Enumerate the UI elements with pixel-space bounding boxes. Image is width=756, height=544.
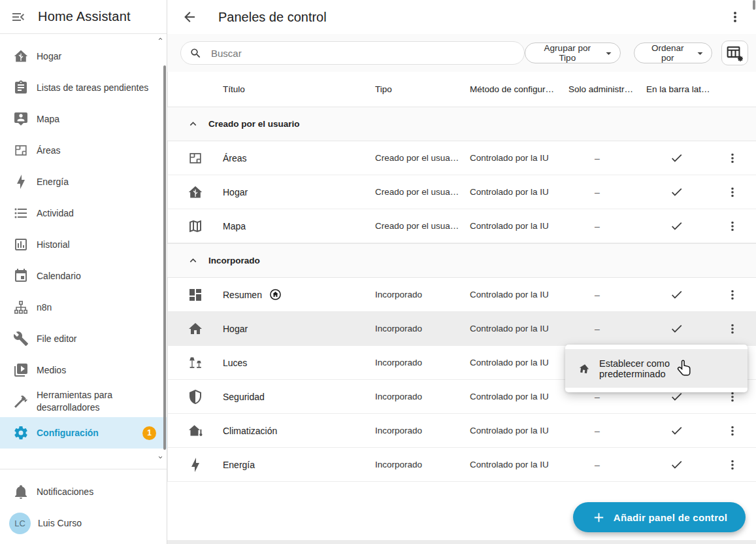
column-header-0[interactable]: Título	[223, 84, 375, 94]
sidebar-item-label: n8n	[37, 301, 57, 314]
sidebar-user-item[interactable]: LC Luis Curso	[0, 507, 167, 539]
check-icon	[670, 288, 683, 301]
sidebar-scrollbar[interactable]	[163, 65, 166, 450]
dots-vertical-icon	[725, 322, 740, 336]
dashboard-icon	[188, 287, 203, 303]
row-menu-button[interactable]	[721, 146, 744, 170]
column-header-2[interactable]: Método de configur…	[470, 84, 568, 94]
row-admin-only: –	[568, 426, 646, 436]
sidebar-item-file-editor[interactable]: File editor	[0, 323, 167, 354]
sidebar-item-label: Configuración	[37, 427, 104, 439]
row-type: Incorporado	[375, 290, 470, 299]
row-type: Incorporado	[375, 426, 470, 435]
row-icon-cell	[168, 287, 223, 303]
row-title: Luces	[223, 358, 247, 368]
arrow-left-icon	[182, 9, 197, 25]
sidebar-item-label: Historial	[37, 239, 75, 251]
table-settings-icon	[725, 43, 745, 63]
table-header: TítuloTipoMétodo de configur…Solo admini…	[167, 72, 756, 107]
row-title-cell: Energía	[223, 460, 375, 470]
row-config-method: Controlado por la IU	[470, 358, 568, 367]
row-menu-button[interactable]	[721, 180, 744, 204]
row-config-method: Controlado por la IU	[470, 324, 568, 333]
collapse-group-icon	[187, 118, 199, 130]
group-label: Creado por el usuario	[208, 119, 300, 129]
row-icon-cell	[168, 321, 223, 337]
dots-vertical-icon	[725, 219, 740, 233]
group-by-button[interactable]: Agrupar por Tipo	[525, 42, 621, 63]
row-menu-button[interactable]	[721, 453, 744, 477]
map-icon	[188, 218, 203, 234]
hammer-icon	[13, 394, 29, 409]
sort-by-button[interactable]: Ordenar por	[634, 42, 712, 63]
sidebar-item-medios[interactable]: Medios	[0, 354, 167, 386]
lightning-icon	[13, 174, 29, 190]
row-sidebar-cell	[646, 219, 717, 233]
list-icon	[13, 205, 29, 221]
table-row-areas[interactable]: ÁreasCreado por el usua…Controlado por l…	[167, 141, 756, 175]
row-type: Creado por el usua…	[375, 221, 470, 231]
row-type: Creado por el usua…	[375, 153, 470, 163]
sidebar-item-notificaciones[interactable]: Notificaciones	[0, 476, 167, 507]
sidebar-scroll-down-button[interactable]	[156, 454, 165, 461]
table-row-climatizacion[interactable]: ClimatizaciónIncorporadoControlado por l…	[167, 414, 756, 448]
horizontal-scrollbar-track	[167, 540, 756, 544]
row-admin-only: –	[568, 290, 646, 300]
menu-item-set-default[interactable]: Establecer como predeterminado	[565, 349, 748, 388]
sidebar-item-hogar[interactable]: Hogar	[0, 41, 167, 72]
sidebar-item-n8n[interactable]: n8n	[0, 292, 167, 323]
sidebar-item-mapa[interactable]: Mapa	[0, 103, 167, 135]
sidebar-item-label: Medios	[37, 364, 71, 377]
add-dashboard-label: Añadir panel de control	[614, 512, 727, 523]
sort-by-label: Ordenar por	[644, 43, 691, 63]
table-row-resumen[interactable]: ResumenIncorporadoControlado por la IU–	[167, 278, 756, 312]
column-settings-button[interactable]	[721, 41, 748, 65]
row-sidebar-cell	[646, 151, 717, 165]
app-title: Home Assistant	[38, 9, 131, 24]
main-scrollbar[interactable]	[753, 0, 755, 10]
sidebar-scroll-up-button[interactable]	[156, 35, 165, 42]
group-by-label: Agrupar por Tipo	[534, 43, 600, 63]
table-row-mapa[interactable]: MapaCreado por el usua…Controlado por la…	[167, 209, 756, 243]
row-admin-only: –	[568, 460, 646, 470]
back-button[interactable]	[179, 7, 200, 27]
table-row-energia[interactable]: EnergíaIncorporadoControlado por la IU–	[167, 448, 756, 482]
sidebar-item-historial[interactable]: Historial	[0, 229, 167, 260]
sidebar-item-configuracion[interactable]: Configuración1	[0, 417, 167, 449]
table-row-hogar[interactable]: HogarCreado por el usua…Controlado por l…	[167, 175, 756, 209]
column-header-1[interactable]: Tipo	[375, 84, 470, 94]
menu-item-label: Establecer como predeterminado	[599, 358, 738, 379]
add-dashboard-button[interactable]: Añadir panel de control	[573, 502, 746, 532]
sidebar-item-energia[interactable]: Energía	[0, 166, 167, 197]
row-config-method: Controlado por la IU	[470, 153, 568, 163]
row-config-method: Controlado por la IU	[470, 460, 568, 469]
sidebar-item-listas-de-tareas-pendientes[interactable]: Listas de tareas pendientes	[0, 72, 167, 103]
table-row-hogar[interactable]: HogarIncorporadoControlado por la IU–	[167, 312, 756, 346]
column-header-3[interactable]: Solo administr…	[568, 84, 646, 94]
table-group-header-incorporado[interactable]: Incorporado	[167, 243, 756, 278]
sidebar-item-calendario[interactable]: Calendario	[0, 260, 167, 292]
sidebar-item-herramientas-para-desarrolladores[interactable]: Herramientas para desarrolladores	[0, 386, 167, 417]
row-icon-cell	[168, 457, 223, 473]
row-admin-only: –	[568, 324, 646, 334]
sidebar-item-actividad[interactable]: Actividad	[0, 197, 167, 229]
user-name: Luis Curso	[38, 517, 87, 530]
row-title: Climatización	[223, 426, 277, 436]
row-menu-button[interactable]	[721, 214, 744, 238]
row-menu-button[interactable]	[721, 419, 744, 443]
row-menu-button[interactable]	[721, 317, 744, 341]
column-header-4[interactable]: En la barra lat…	[646, 84, 717, 94]
lamp-icon	[188, 355, 203, 371]
row-sidebar-cell	[646, 288, 717, 301]
row-admin-only: –	[568, 221, 646, 231]
sidebar-item-areas[interactable]: Áreas	[0, 135, 167, 166]
dots-vertical-icon	[725, 288, 740, 302]
top-bar: Paneles de control	[167, 0, 756, 34]
search-box	[180, 41, 525, 65]
table-group-header-creado-por-el-usuario[interactable]: Creado por el usuario	[167, 107, 756, 141]
sidebar-item-label: Listas de tareas pendientes	[37, 82, 154, 94]
search-input[interactable]	[210, 47, 516, 60]
sidebar-toggle-button[interactable]	[9, 8, 27, 26]
row-menu-button[interactable]	[721, 283, 744, 307]
overflow-menu-button[interactable]	[725, 7, 746, 27]
